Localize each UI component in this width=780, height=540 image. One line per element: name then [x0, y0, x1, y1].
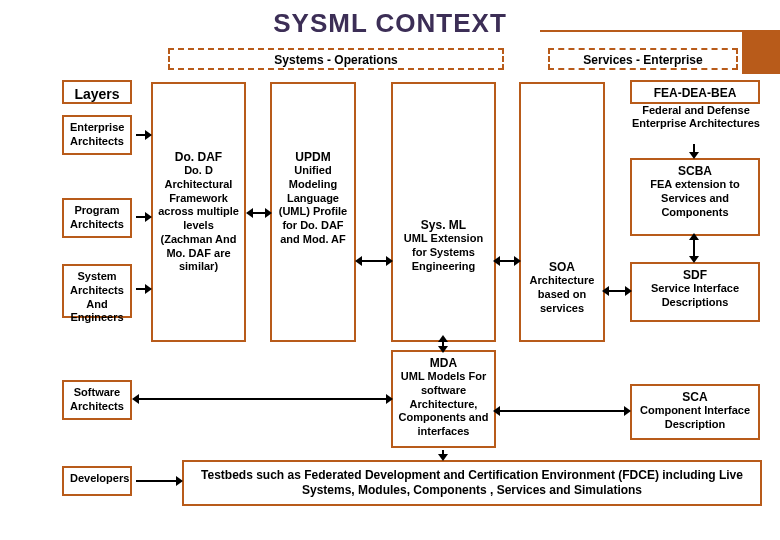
- arrow-dodaf-updm: [253, 212, 265, 214]
- arrow-mda-testbed: [442, 450, 444, 454]
- sdf-box: SDF Service Interface Descriptions: [630, 262, 760, 322]
- scba-title: SCBA: [638, 164, 752, 178]
- arrow-soa-sdf: [609, 290, 625, 292]
- dodaf-text: Do. D Architectural Framework across mul…: [157, 164, 240, 274]
- fea-subtitle: Federal and Defense Enterprise Architect…: [632, 104, 760, 130]
- sysml-title: Sys. ML: [397, 218, 490, 232]
- soa-box: SOA Architecture based on services: [519, 82, 605, 342]
- accent-bar: [742, 30, 780, 74]
- testbed-text: Testbeds such as Federated Development a…: [192, 468, 752, 498]
- arrow-fea-scba: [693, 144, 695, 152]
- arrow-dev-testbed: [136, 480, 176, 482]
- layers-label: Layers: [70, 86, 124, 102]
- arrow-ea-dodaf: [136, 134, 145, 136]
- layer-software-architects: Software Architects: [62, 380, 132, 420]
- updm-text: Unified Modeling Language (UML) Profile …: [276, 164, 350, 247]
- mda-title: MDA: [397, 356, 490, 370]
- layer-sae-label: System Architects And Engineers: [70, 270, 124, 325]
- updm-box: UPDM Unified Modeling Language (UML) Pro…: [270, 82, 356, 342]
- scba-text: FEA extension to Services and Components: [638, 178, 752, 219]
- layer-system-architects-engineers: System Architects And Engineers: [62, 264, 132, 318]
- testbed-box: Testbeds such as Federated Development a…: [182, 460, 762, 506]
- dodaf-box: Do. DAF Do. D Architectural Framework ac…: [151, 82, 246, 342]
- layer-program-architects: Program Architects: [62, 198, 132, 238]
- arrow-pa-dodaf: [136, 216, 145, 218]
- sdf-text: Service Interface Descriptions: [638, 282, 752, 310]
- sca-text: Component Interface Description: [638, 404, 752, 432]
- fea-box: FEA-DEA-BEA: [630, 80, 760, 104]
- soa-text: Architecture based on services: [525, 274, 599, 315]
- scba-box: SCBA FEA extension to Services and Compo…: [630, 158, 760, 236]
- layer-ea-label: Enterprise Architects: [70, 121, 124, 149]
- arrow-sysml-mda: [442, 342, 444, 346]
- layer-enterprise-architects: Enterprise Architects: [62, 115, 132, 155]
- dodaf-title: Do. DAF: [157, 150, 240, 164]
- arrow-sysml-soa: [500, 260, 514, 262]
- sysml-text: UML Extension for Systems Engineering: [397, 232, 490, 273]
- arrow-updm-sysml: [362, 260, 386, 262]
- region-services-enterprise: Services - Enterprise: [548, 48, 738, 70]
- layer-sa-label: Software Architects: [70, 386, 124, 414]
- layer-dev-label: Developers: [70, 472, 124, 486]
- layer-pa-label: Program Architects: [70, 204, 124, 232]
- mda-text: UML Models For software Architecture, Co…: [397, 370, 490, 439]
- sca-box: SCA Component Interface Description: [630, 384, 760, 440]
- sdf-title: SDF: [638, 268, 752, 282]
- page-title: SYSML CONTEXT: [0, 0, 780, 39]
- soa-title: SOA: [525, 260, 599, 274]
- layer-developers: Developers: [62, 466, 132, 496]
- layers-box: Layers: [62, 80, 132, 104]
- updm-title: UPDM: [276, 150, 350, 164]
- sysml-box: Sys. ML UML Extension for Systems Engine…: [391, 82, 496, 342]
- region-systems-operations: Systems - Operations: [168, 48, 504, 70]
- arrow-mda-sca: [500, 410, 624, 412]
- arrow-scba-sdf: [693, 240, 695, 256]
- sca-title: SCA: [638, 390, 752, 404]
- fea-title: FEA-DEA-BEA: [638, 86, 752, 100]
- arrow-sae-dodaf: [136, 288, 145, 290]
- arrow-sa-mda: [139, 398, 386, 400]
- mda-box: MDA UML Models For software Architecture…: [391, 350, 496, 448]
